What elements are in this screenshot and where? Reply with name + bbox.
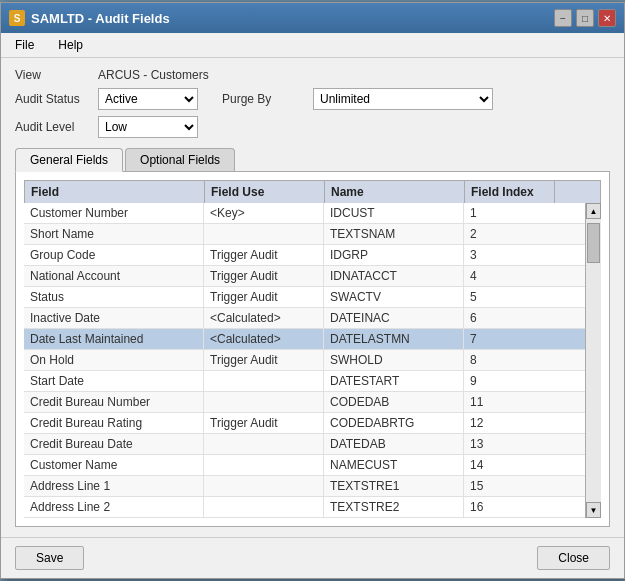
cell-field: Date Last Maintained	[24, 329, 204, 349]
col-header-name: Name	[325, 181, 465, 203]
cell-field: Start Date	[24, 371, 204, 391]
cell-use: Trigger Audit	[204, 350, 324, 370]
scrollbar: ▲ ▼	[585, 203, 601, 518]
col-header-use: Field Use	[205, 181, 325, 203]
purge-by-select[interactable]: Unlimited 30 Days 60 Days 90 Days 1 Year	[313, 88, 493, 110]
cell-index: 14	[464, 455, 554, 475]
tabs-container: General Fields Optional Fields Field Fie…	[15, 148, 610, 527]
restore-button[interactable]: □	[576, 9, 594, 27]
save-button[interactable]: Save	[15, 546, 84, 570]
cell-field: On Hold	[24, 350, 204, 370]
cell-index: 15	[464, 476, 554, 496]
cell-field: Credit Bureau Number	[24, 392, 204, 412]
table-row[interactable]: Inactive Date<Calculated>DATEINAC6	[24, 308, 601, 329]
cell-name: TEXTSTRE2	[324, 497, 464, 517]
audit-status-select[interactable]: Active Inactive All	[98, 88, 198, 110]
cell-index: 11	[464, 392, 554, 412]
title-bar: S SAMLTD - Audit Fields − □ ✕	[1, 3, 624, 33]
menu-help[interactable]: Help	[52, 36, 89, 54]
grid-body-wrapper: Customer Number<Key>IDCUST1Short NameTEX…	[24, 203, 601, 518]
cell-use	[204, 434, 324, 454]
app-icon: S	[9, 10, 25, 26]
cell-name: IDGRP	[324, 245, 464, 265]
cell-name: IDNATACCT	[324, 266, 464, 286]
cell-use: <Calculated>	[204, 329, 324, 349]
cell-use	[204, 392, 324, 412]
cell-name: TEXTSTRE1	[324, 476, 464, 496]
tabs-row: General Fields Optional Fields	[15, 148, 610, 172]
cell-name: IDCUST	[324, 203, 464, 223]
cell-use: <Key>	[204, 203, 324, 223]
col-header-index: Field Index	[465, 181, 555, 203]
grid-header: Field Field Use Name Field Index	[24, 180, 601, 203]
cell-field: Credit Bureau Rating	[24, 413, 204, 433]
cell-use: <Calculated>	[204, 308, 324, 328]
table-row[interactable]: Date Last Maintained<Calculated>DATELAST…	[24, 329, 601, 350]
scroll-thumb[interactable]	[587, 223, 600, 263]
audit-level-row: Audit Level Low Medium High	[15, 116, 610, 138]
main-window: S SAMLTD - Audit Fields − □ ✕ File Help …	[0, 2, 625, 579]
cell-use: Trigger Audit	[204, 287, 324, 307]
cell-index: 12	[464, 413, 554, 433]
cell-use: Trigger Audit	[204, 266, 324, 286]
footer: Save Close	[1, 537, 624, 578]
audit-status-label: Audit Status	[15, 92, 90, 106]
cell-name: SWHOLD	[324, 350, 464, 370]
table-row[interactable]: National AccountTrigger AuditIDNATACCT4	[24, 266, 601, 287]
cell-index: 6	[464, 308, 554, 328]
view-label: View	[15, 68, 90, 82]
title-bar-left: S SAMLTD - Audit Fields	[9, 10, 170, 26]
cell-name: DATEINAC	[324, 308, 464, 328]
tab-optional[interactable]: Optional Fields	[125, 148, 235, 171]
minimize-button[interactable]: −	[554, 9, 572, 27]
table-row[interactable]: Credit Bureau DateDATEDAB13	[24, 434, 601, 455]
scroll-down-button[interactable]: ▼	[586, 502, 601, 518]
cell-field: National Account	[24, 266, 204, 286]
table-row[interactable]: Start DateDATESTART9	[24, 371, 601, 392]
table-row[interactable]: On HoldTrigger AuditSWHOLD8	[24, 350, 601, 371]
table-row[interactable]: Credit Bureau NumberCODEDAB11	[24, 392, 601, 413]
audit-level-select[interactable]: Low Medium High	[98, 116, 198, 138]
cell-field: Customer Name	[24, 455, 204, 475]
cell-name: SWACTV	[324, 287, 464, 307]
scroll-up-button[interactable]: ▲	[586, 203, 601, 219]
table-row[interactable]: Group CodeTrigger AuditIDGRP3	[24, 245, 601, 266]
scroll-track	[586, 219, 601, 502]
cell-name: DATELASTMN	[324, 329, 464, 349]
cell-index: 4	[464, 266, 554, 286]
tab-general[interactable]: General Fields	[15, 148, 123, 172]
cell-field: Address Line 2	[24, 497, 204, 517]
cell-field: Credit Bureau Date	[24, 434, 204, 454]
cell-use: Trigger Audit	[204, 245, 324, 265]
menu-file[interactable]: File	[9, 36, 40, 54]
table-row[interactable]: Short NameTEXTSNAM2	[24, 224, 601, 245]
cell-index: 3	[464, 245, 554, 265]
table-row[interactable]: Credit Bureau RatingTrigger AuditCODEDAB…	[24, 413, 601, 434]
cell-use	[204, 371, 324, 391]
table-row[interactable]: Address Line 1TEXTSTRE115	[24, 476, 601, 497]
close-button-footer[interactable]: Close	[537, 546, 610, 570]
col-header-scroll	[555, 181, 575, 203]
cell-name: NAMECUST	[324, 455, 464, 475]
col-header-field: Field	[25, 181, 205, 203]
cell-name: DATEDAB	[324, 434, 464, 454]
content-area: View ARCUS - Customers Audit Status Acti…	[1, 58, 624, 537]
cell-index: 16	[464, 497, 554, 517]
data-grid: Field Field Use Name Field Index Custome…	[24, 180, 601, 518]
menu-bar: File Help	[1, 33, 624, 58]
table-row[interactable]: Customer Number<Key>IDCUST1	[24, 203, 601, 224]
cell-index: 9	[464, 371, 554, 391]
cell-name: DATESTART	[324, 371, 464, 391]
cell-field: Customer Number	[24, 203, 204, 223]
view-row: View ARCUS - Customers	[15, 68, 610, 82]
cell-field: Short Name	[24, 224, 204, 244]
cell-use	[204, 455, 324, 475]
cell-name: CODEDAB	[324, 392, 464, 412]
cell-use	[204, 224, 324, 244]
window-title: SAMLTD - Audit Fields	[31, 11, 170, 26]
table-row[interactable]: StatusTrigger AuditSWACTV5	[24, 287, 601, 308]
table-row[interactable]: Customer NameNAMECUST14	[24, 455, 601, 476]
table-row[interactable]: Address Line 2TEXTSTRE216	[24, 497, 601, 518]
close-button[interactable]: ✕	[598, 9, 616, 27]
cell-name: TEXTSNAM	[324, 224, 464, 244]
